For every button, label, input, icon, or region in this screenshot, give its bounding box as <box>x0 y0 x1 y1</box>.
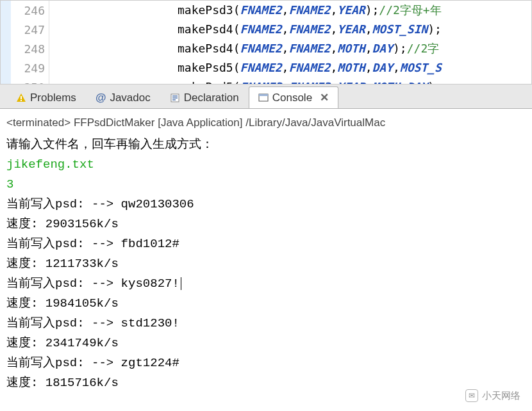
svg-rect-0 <box>21 96 22 99</box>
console-output: 当前写入psd: --> fbd1012# <box>6 234 526 254</box>
close-icon[interactable]: ✕ <box>320 91 329 104</box>
line-number: 247 <box>11 23 49 36</box>
code-line: makePsd3(FNAME2,FNAME2,YEAR);//2字母+年 <box>178 1 531 20</box>
at-icon: @ <box>96 92 106 104</box>
declaration-icon <box>170 93 180 103</box>
console-output: 当前写入psd: --> std1230! <box>6 314 526 334</box>
console-prompt: 请输入文件名，回车再输入生成方式： <box>6 135 526 155</box>
terminated-status: <terminated> FFPsdDictMaker [Java Applic… <box>6 113 526 133</box>
console-input: jikefeng.txt <box>6 155 526 175</box>
console-output: 速度: 1211733k/s <box>6 254 526 274</box>
svg-rect-4 <box>259 94 268 96</box>
tab-label: Javadoc <box>110 92 150 104</box>
code-line: makePsd4(FNAME2,FNAME2,YEAR,MOST_SIN); <box>178 20 531 39</box>
console-view[interactable]: <terminated> FFPsdDictMaker [Java Applic… <box>0 109 532 411</box>
line-number: 246 <box>11 4 49 17</box>
console-output: 速度: 1815716k/s <box>6 373 526 393</box>
tab-label: Console <box>272 92 312 104</box>
line-number-gutter: 246 247 248 249 250 <box>1 1 49 84</box>
warning-icon <box>16 93 26 103</box>
text-cursor <box>181 277 181 290</box>
view-tab-bar: Problems @ Javadoc Declaration Console ✕ <box>0 85 532 109</box>
code-line: makePsd5(FNAME2,FNAME2,YEAR,MOTH,DAY). <box>178 77 531 84</box>
svg-rect-1 <box>21 100 22 101</box>
code-editor[interactable]: 246 247 248 249 250 makePsd3(FNAME2,FNAM… <box>0 0 532 85</box>
console-output: 速度: 2903156k/s <box>6 214 526 234</box>
tab-problems[interactable]: Problems <box>6 87 86 108</box>
console-output: 速度: 2341749k/s <box>6 334 526 353</box>
code-line: makePsd5(FNAME2,FNAME2,MOTH,DAY,MOST_S <box>178 58 531 77</box>
watermark-text: 小天网络 <box>482 390 520 402</box>
tab-declaration[interactable]: Declaration <box>160 87 249 108</box>
tab-javadoc[interactable]: @ Javadoc <box>86 87 160 108</box>
console-output: 当前写入psd: --> zgt1224# <box>6 353 526 373</box>
tab-console[interactable]: Console ✕ <box>249 86 338 108</box>
wechat-icon: ✉ <box>465 389 478 402</box>
console-output: 速度: 1984105k/s <box>6 294 526 314</box>
code-line: makePsd4(FNAME2,FNAME2,MOTH,DAY);//2字 <box>178 39 531 58</box>
watermark: ✉ 小天网络 <box>465 389 520 402</box>
tab-label: Problems <box>30 92 76 104</box>
line-number: 249 <box>11 61 49 75</box>
console-input: 3 <box>6 175 526 195</box>
line-number: 248 <box>11 42 49 56</box>
console-icon <box>258 93 269 103</box>
code-content[interactable]: makePsd3(FNAME2,FNAME2,YEAR);//2字母+年 mak… <box>49 1 531 84</box>
console-output: 当前写入psd: --> kys0827! <box>6 274 526 294</box>
console-output: 当前写入psd: --> qw20130306 <box>6 195 526 214</box>
tab-label: Declaration <box>184 92 239 104</box>
